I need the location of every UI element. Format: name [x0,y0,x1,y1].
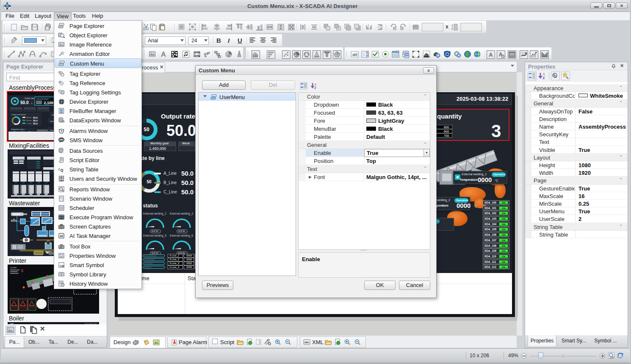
svg-text:4,000: 4,000 [29,182,33,184]
svg-text:AI: AI [60,234,63,238]
svg-text:Z: Z [314,86,316,90]
svg-text:100: 100 [609,357,613,359]
svg-text:50.0: 50.0 [33,116,38,119]
svg-text:Output rate by line: Output rate by line [11,113,26,116]
svg-text:%: % [31,102,33,105]
svg-text:A: A [489,52,493,58]
svg-text:SMS: SMS [59,139,64,141]
svg-text:5,000: 5,000 [36,165,40,167]
svg-text:50: 50 [14,100,16,102]
svg-text:5,000: 5,000 [36,161,40,163]
svg-text:1,000: 1,000 [36,163,40,165]
svg-text:50: 50 [144,127,149,132]
svg-text:1,700: 1,700 [20,158,24,160]
svg-text:B Line: B Line [27,119,32,121]
svg-text:50.0: 50.0 [33,122,38,125]
svg-text:4,000: 4,000 [22,182,25,184]
svg-text:4,000: 4,000 [44,182,48,184]
svg-text:4,000: 4,000 [37,182,40,184]
svg-text:f: f [58,167,60,171]
svg-text:Output rate: Output rate [25,97,34,99]
svg-text:Equipment status: Equipment status [11,128,25,130]
svg-text:XML: XML [304,341,310,344]
svg-text:3,000: 3,000 [36,167,40,169]
svg-text:Z: Z [542,76,545,80]
svg-text:Indicated output: Indicated output [36,98,49,100]
svg-text:AI: AI [6,5,8,7]
svg-text:A: A [161,50,166,58]
svg-text:c:\_: c:\_ [59,216,65,219]
svg-text:50.0: 50.0 [33,119,38,122]
svg-text:C Line: C Line [27,122,32,124]
svg-text:A Line: A Line [27,116,32,119]
svg-text:4,000: 4,000 [14,182,17,184]
svg-text:Q: Q [61,168,64,172]
svg-text:20 DSPI: 20 DSPI [10,267,17,269]
svg-text:50: 50 [147,179,152,184]
svg-text:2,100: 2,100 [44,101,53,105]
svg-text:50.0: 50.0 [20,100,29,105]
svg-text:abl: abl [352,52,357,57]
